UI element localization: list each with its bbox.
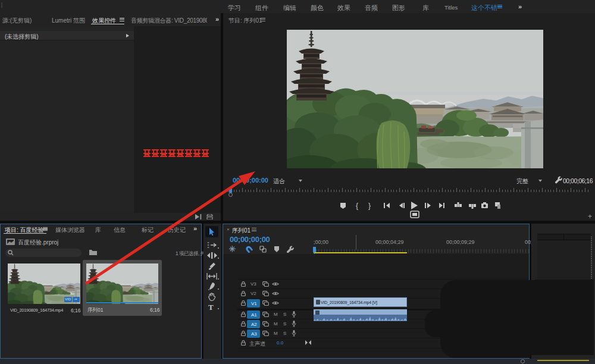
svg-text:{: { <box>356 202 358 210</box>
svg-text:}: } <box>368 202 371 210</box>
